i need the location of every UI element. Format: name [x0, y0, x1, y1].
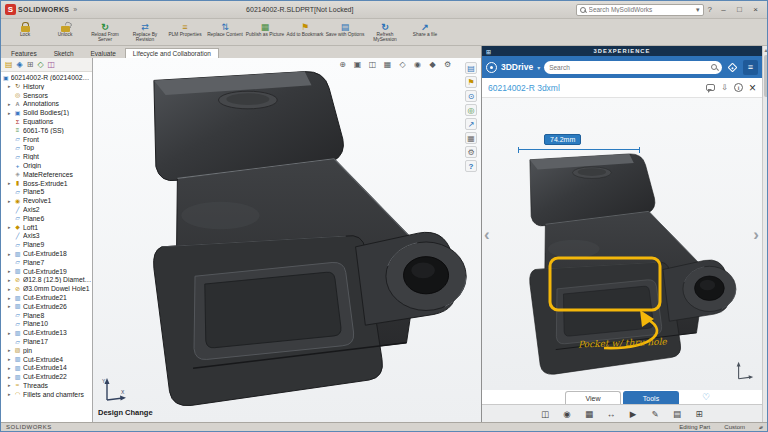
toolbar-button[interactable]: Replace By Revision [125, 20, 165, 45]
tree-item[interactable]: Plane8 [1, 311, 92, 320]
apps-grid-icon[interactable]: ⊞ [486, 48, 491, 55]
compare-icon[interactable] [669, 407, 686, 421]
toolbar-button[interactable]: Add to Bookmark [285, 20, 325, 45]
tree-item[interactable]: Annotations [1, 100, 92, 109]
drive-search-input[interactable] [549, 64, 708, 71]
mysolidworks-search[interactable]: ▾ [576, 4, 704, 16]
display-style-icon[interactable] [397, 59, 408, 70]
ribbon-tab[interactable]: Lifecycle and Collaboration [125, 48, 219, 58]
previous-item-chevron[interactable]: ‹ [484, 226, 490, 243]
tree-item[interactable]: Cut-Extrude18 [1, 249, 92, 258]
menu-expand-icon[interactable]: » [73, 6, 77, 13]
panel-menu-button[interactable]: ≡ [743, 60, 758, 75]
toolbar-button[interactable]: Share a file [405, 20, 445, 45]
expand-chevron-icon[interactable] [8, 180, 12, 186]
expand-chevron-icon[interactable] [8, 330, 12, 336]
3dxml-title[interactable]: 60214002-R 3dxml [488, 83, 560, 93]
tree-item[interactable]: Front [1, 135, 92, 144]
markup-icon[interactable] [647, 407, 664, 421]
expand-chevron-icon[interactable] [8, 374, 12, 380]
tree-item[interactable]: Ø12.8 (12.5) Diameter Hole1 [1, 276, 92, 285]
part-3d-model[interactable] [103, 66, 475, 414]
tree-item[interactable]: Plane10 [1, 320, 92, 329]
tree-item[interactable]: Loft1 [1, 223, 92, 232]
tree-item[interactable]: Cut-Extrude26 [1, 302, 92, 311]
scroll-up-icon[interactable]: ▲ [764, 46, 768, 54]
expand-chevron-icon[interactable] [8, 198, 12, 204]
animate-icon[interactable] [625, 407, 642, 421]
scrollbar-thumb[interactable] [764, 55, 768, 97]
ribbon-tab[interactable]: Sketch [46, 48, 82, 58]
help-icon[interactable]: ? [708, 5, 712, 14]
expand-chevron-icon[interactable] [8, 268, 12, 274]
tree-item[interactable]: Plane6 [1, 214, 92, 223]
help-icon[interactable] [465, 160, 477, 172]
graphics-area[interactable]: Y X Design Change [93, 58, 481, 422]
tree-item[interactable]: Plane17 [1, 337, 92, 346]
share-icon[interactable] [465, 118, 477, 130]
dimension-badge[interactable]: 74.2mm [544, 134, 581, 145]
measure-icon[interactable] [603, 407, 620, 421]
ribbon-tab[interactable]: Features [3, 48, 45, 58]
comment-icon[interactable] [706, 84, 715, 91]
view-settings-icon[interactable] [442, 59, 453, 70]
tree-item[interactable]: Plane5 [1, 188, 92, 197]
expand-chevron-icon[interactable] [8, 224, 12, 230]
app-title[interactable]: 3DDrive [501, 62, 533, 72]
toolbar-button[interactable]: Replace Content [205, 20, 245, 45]
tree-item[interactable]: Ø3.0mm Dowel Hole1 [1, 284, 92, 293]
tree-item[interactable]: Cut-Extrude14 [1, 364, 92, 373]
tree-item[interactable]: Axis2 [1, 205, 92, 214]
more-tools-icon[interactable] [691, 407, 708, 421]
formats-icon[interactable] [465, 132, 477, 144]
tree-item[interactable]: Plane7 [1, 258, 92, 267]
next-item-chevron[interactable]: › [753, 226, 759, 243]
expand-chevron-icon[interactable] [8, 83, 12, 89]
tree-item[interactable]: Sensors [1, 91, 92, 100]
preview-tab[interactable]: Tools [623, 391, 679, 404]
app-dropdown-icon[interactable]: ▾ [537, 64, 540, 71]
toolbar-button[interactable]: Publish as Picture [245, 20, 285, 45]
dimxpert-manager-icon[interactable] [37, 61, 43, 69]
preview-3d-area[interactable]: 74.2mm Pocket w/ thru hole ‹ › [482, 98, 762, 390]
configuration-manager-icon[interactable] [27, 61, 34, 69]
tree-item[interactable]: Cut-Extrude13 [1, 328, 92, 337]
favorite-icon[interactable]: ♡ [702, 392, 710, 402]
display-modes-icon[interactable] [581, 407, 598, 421]
zoom-fit-icon[interactable] [337, 59, 348, 70]
download-icon[interactable]: ⇩ [721, 84, 728, 92]
appearance-icon[interactable] [427, 59, 438, 70]
lifecycle-icon[interactable] [465, 62, 477, 74]
tree-item[interactable]: Revolve1 [1, 196, 92, 205]
expand-chevron-icon[interactable] [8, 251, 12, 257]
tree-item[interactable]: Equations [1, 117, 92, 126]
close-button[interactable]: × [748, 3, 763, 16]
toolbar-button[interactable]: Lock [5, 20, 45, 45]
info-icon[interactable]: i [734, 83, 743, 92]
feature-manager-icon[interactable] [5, 61, 13, 69]
tree-item[interactable]: Fillets and chamfers [1, 390, 92, 399]
maximize-button[interactable]: □ [732, 3, 747, 16]
tree-item[interactable]: Cut-Extrude4 [1, 355, 92, 364]
toolbar-button[interactable]: Reload From Server [85, 20, 125, 45]
tree-item[interactable]: pin [1, 346, 92, 355]
expand-chevron-icon[interactable] [8, 356, 12, 362]
tree-item[interactable]: Cut-Extrude22 [1, 372, 92, 381]
preview-tab[interactable]: View [565, 391, 621, 404]
expand-chevron-icon[interactable] [8, 277, 12, 283]
tree-item[interactable]: Cut-Extrude19 [1, 267, 92, 276]
tag-button[interactable] [726, 61, 739, 74]
expand-chevron-icon[interactable] [8, 286, 12, 292]
tree-item[interactable]: History [1, 82, 92, 91]
tree-item[interactable]: Solid Bodies(1) [1, 108, 92, 117]
search-dropdown-icon[interactable]: ▾ [696, 6, 700, 14]
collaboration-icon[interactable] [465, 104, 477, 116]
toolbar-button[interactable]: Unlock [45, 20, 85, 45]
expand-chevron-icon[interactable] [8, 303, 12, 309]
bookmark-icon[interactable] [465, 76, 477, 88]
view-orientation-icon[interactable] [382, 59, 393, 70]
tree-item[interactable]: Boss-Extrude1 [1, 179, 92, 188]
zoom-area-icon[interactable] [352, 59, 363, 70]
expand-chevron-icon[interactable] [8, 365, 12, 371]
3ds-compass-icon[interactable] [486, 62, 497, 73]
